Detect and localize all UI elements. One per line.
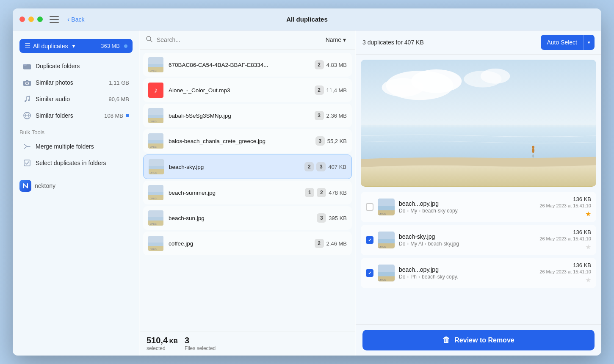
sidebar-item-merge-folders[interactable]: Merge multiple folders bbox=[16, 138, 136, 154]
sidebar-toggle-button[interactable] bbox=[50, 16, 59, 23]
review-btn-label: Review to Remove bbox=[454, 336, 514, 344]
file-badges: 3395 KB bbox=[317, 213, 347, 223]
all-duplicates-size: 363 MB bbox=[101, 43, 120, 49]
file-size: 478 KB bbox=[329, 190, 347, 196]
svg-text:JPEG: JPEG bbox=[150, 248, 157, 251]
file-badges: 12478 KB bbox=[305, 188, 347, 197]
dup-file-star[interactable]: ★ bbox=[539, 276, 591, 284]
svg-point-46 bbox=[532, 154, 534, 157]
review-to-remove-button[interactable]: 🗑 Review to Remove bbox=[362, 330, 595, 350]
dup-file-size: 136 KB bbox=[539, 229, 591, 235]
file-list-item-file-8[interactable]: JPEG coffee.jpg22,46 MB bbox=[143, 232, 352, 255]
file-name: balos-beach_chania_crete_greece.jpg bbox=[169, 138, 310, 144]
dup-file-checkbox[interactable] bbox=[366, 203, 373, 211]
file-info: balos-beach_chania_crete_greece.jpg bbox=[169, 138, 310, 144]
file-list-item-file-2[interactable]: ♪Alone_-_Color_Out.mp3211,4 MB bbox=[143, 78, 352, 102]
selected-size-label: selected bbox=[147, 345, 178, 351]
search-input[interactable] bbox=[157, 36, 318, 43]
sidebar-item-similar-photos[interactable]: Similar photos 1,11 GB bbox=[16, 74, 136, 91]
file-list-item-file-6[interactable]: JPEG beach-summer.jpg12478 KB bbox=[143, 181, 352, 204]
file-size: 55,2 KB bbox=[327, 138, 347, 144]
minimize-button[interactable] bbox=[28, 17, 34, 22]
file-thumbnail: ♪ bbox=[148, 83, 163, 98]
sidebar-item-similar-folders[interactable]: Similar folders 108 MB bbox=[16, 108, 136, 124]
sidebar-label-similar-audio: Similar audio bbox=[36, 96, 70, 102]
fullscreen-button[interactable] bbox=[37, 17, 43, 22]
dup-file-star[interactable]: ★ bbox=[539, 210, 591, 218]
file-list-item-file-7[interactable]: JPEG beach-sun.jpg3395 KB bbox=[143, 206, 352, 230]
file-badge-1: 1 bbox=[305, 188, 314, 197]
file-badge-1: 2 bbox=[304, 162, 314, 171]
auto-select-button[interactable]: Auto Select ▾ bbox=[541, 35, 595, 50]
svg-rect-43 bbox=[361, 127, 596, 161]
dup-file-item-dup-2[interactable]: JPEG beach-sky.jpgDo›My Al›beach-sky.jpg… bbox=[361, 225, 596, 255]
nektony-logo-text: nektony bbox=[35, 182, 55, 189]
dup-file-path: Do›My Al›beach-sky.jpg bbox=[399, 241, 535, 247]
file-badge-2: 3 bbox=[316, 162, 326, 171]
merge-icon bbox=[23, 142, 31, 151]
sidebar-size-similar-photos: 1,11 GB bbox=[109, 80, 129, 86]
svg-text:JPEG: JPEG bbox=[379, 212, 386, 215]
svg-rect-6 bbox=[24, 160, 30, 166]
dup-file-date: 26 May 2023 at 15:41:10 bbox=[539, 236, 591, 241]
dup-file-path: Do›My›beach-sky copy. bbox=[399, 208, 535, 214]
close-button[interactable] bbox=[19, 17, 25, 22]
svg-point-44 bbox=[532, 148, 534, 153]
file-badge-2: 2 bbox=[317, 188, 326, 197]
preview-image bbox=[361, 60, 596, 187]
auto-select-dropdown-icon[interactable]: ▾ bbox=[584, 36, 595, 49]
dup-file-checkbox[interactable] bbox=[366, 269, 373, 277]
globe-icon bbox=[23, 111, 31, 120]
file-badge-1: 3 bbox=[317, 213, 326, 223]
svg-rect-22 bbox=[149, 166, 164, 169]
file-info: beach-sky.jpg bbox=[169, 164, 299, 170]
titlebar: ‹ Back All duplicates bbox=[13, 8, 601, 30]
svg-text:JPEG: JPEG bbox=[150, 223, 157, 225]
back-chevron-icon: ‹ bbox=[67, 16, 69, 23]
nektony-brand: nektony bbox=[13, 171, 139, 195]
file-list-item-file-1[interactable]: JPEG 670BAC86-CA54-4BA2-BBAF-E8334...24,… bbox=[143, 53, 352, 77]
file-info: beach-sun.jpg bbox=[169, 215, 312, 221]
nektony-logo-icon bbox=[19, 180, 31, 192]
svg-text:JPEG: JPEG bbox=[150, 146, 157, 148]
svg-rect-4 bbox=[26, 80, 28, 81]
dup-file-info: beach-sky.jpgDo›My Al›beach-sky.jpg bbox=[399, 233, 535, 247]
file-thumbnail: JPEG bbox=[149, 159, 164, 174]
dup-file-item-dup-3[interactable]: JPEG beach...opy.jpgDo›Ph›beach-sky copy… bbox=[361, 258, 596, 288]
sidebar-item-select-duplicates[interactable]: Select duplicates in folders bbox=[16, 155, 136, 171]
file-info: babali-5SeSg3SMNp.jpg bbox=[169, 113, 310, 119]
sidebar-size-similar-folders: 108 MB bbox=[104, 113, 123, 119]
right-panel-header: 3 duplicates for 407 KB Auto Select ▾ bbox=[356, 30, 601, 55]
dup-file-item-dup-1[interactable]: JPEG beach...opy.jpgDo›My›beach-sky copy… bbox=[361, 192, 596, 222]
file-list-item-file-4[interactable]: JPEG balos-beach_chania_crete_greece.jpg… bbox=[143, 129, 352, 153]
file-list-item-file-3[interactable]: JPEG babali-5SeSg3SMNp.jpg32,36 MB bbox=[143, 104, 352, 127]
file-size: 2,36 MB bbox=[326, 113, 347, 119]
dup-file-checkbox[interactable] bbox=[366, 236, 373, 244]
auto-select-label: Auto Select bbox=[541, 36, 583, 49]
file-thumbnail: JPEG bbox=[148, 185, 163, 200]
file-size: 4,83 MB bbox=[326, 62, 347, 68]
all-duplicates-button[interactable]: ☰ All duplicates ▼ 363 MB bbox=[19, 39, 133, 53]
file-name: beach-sun.jpg bbox=[169, 215, 312, 221]
sidebar-item-duplicate-folders[interactable]: Duplicate folders bbox=[16, 58, 136, 74]
sidebar-label-similar-photos: Similar photos bbox=[36, 79, 73, 86]
file-name: 670BAC86-CA54-4BA2-BBAF-E8334... bbox=[169, 62, 310, 68]
traffic-lights bbox=[19, 17, 43, 22]
dup-count-label: 3 duplicates for 407 KB bbox=[362, 39, 424, 46]
file-size: 2,46 MB bbox=[326, 240, 347, 247]
dup-file-path: Do›Ph›beach-sky copy. bbox=[399, 274, 535, 280]
dup-file-name: beach...opy.jpg bbox=[399, 200, 535, 207]
dup-file-meta: 136 KB26 May 2023 at 15:41:10★ bbox=[539, 229, 591, 251]
checkbox-icon bbox=[23, 159, 31, 167]
back-button[interactable]: ‹ Back bbox=[64, 14, 88, 25]
svg-point-39 bbox=[382, 78, 424, 97]
svg-rect-53 bbox=[378, 239, 395, 243]
sidebar-item-similar-audio[interactable]: Similar audio 90,6 MB bbox=[16, 91, 136, 107]
dup-file-star[interactable]: ★ bbox=[539, 243, 591, 251]
titlebar-controls: ‹ Back bbox=[50, 14, 88, 25]
file-list-item-file-5[interactable]: JPEG beach-sky.jpg23407 KB bbox=[143, 154, 352, 179]
sort-button[interactable]: Name ▾ bbox=[322, 35, 349, 45]
dup-file-name: beach-sky.jpg bbox=[399, 233, 535, 240]
file-badges: 211,4 MB bbox=[315, 85, 347, 95]
file-list-header: Name ▾ bbox=[140, 30, 355, 50]
